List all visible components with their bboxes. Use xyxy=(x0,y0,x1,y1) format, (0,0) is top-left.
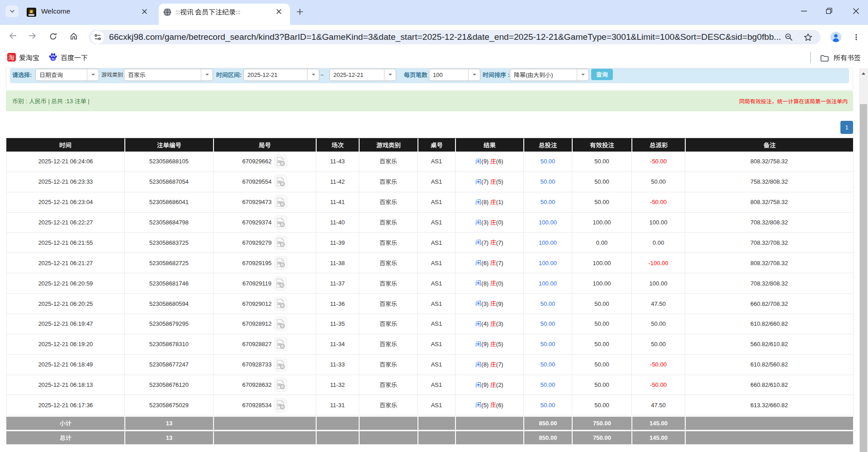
svg-text:du: du xyxy=(52,57,55,60)
